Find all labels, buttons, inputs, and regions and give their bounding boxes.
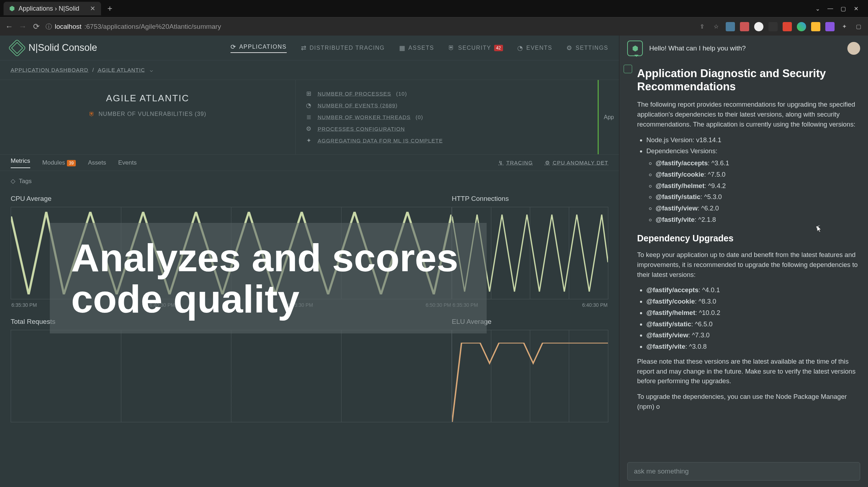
chat-body[interactable]: Application Diagnostic and Security Reco…: [619, 61, 868, 456]
stat-label: AGGREGATING DATA FOR ML IS COMPLETE: [318, 138, 443, 144]
share-icon[interactable]: ⇪: [697, 22, 706, 31]
subtab-metrics[interactable]: Metrics: [11, 157, 30, 168]
subtab-assets[interactable]: Assets: [88, 159, 106, 166]
forward-button[interactable]: →: [18, 22, 27, 31]
top-nav: ⟳APPLICATIONS⇄DISTRIBUTED TRACING▦ASSETS…: [231, 43, 608, 53]
window-controls: ⌄ — ▢ ✕: [813, 5, 868, 12]
nav-badge: 42: [494, 45, 503, 51]
dep-item: @fastify/accepts: ^3.6.1: [656, 158, 859, 168]
nav-icon: ⇄: [301, 44, 307, 52]
assistant-msg-icon: [624, 65, 632, 73]
overlay-caption: Analyzes and scorescode quality: [50, 223, 487, 333]
nav-assets[interactable]: ▦ASSETS: [399, 43, 434, 53]
vulnerabilities-stat[interactable]: ⛨ NUMBER OF VULNERABILITIES (39): [14, 111, 281, 117]
window-minimize-icon[interactable]: —: [825, 5, 835, 12]
ext-icon-6[interactable]: [797, 22, 806, 31]
stat-icon: ≣: [305, 113, 313, 121]
tags-label: Tags: [19, 178, 32, 185]
nav-icon: ⚙: [566, 44, 573, 52]
section-upgrades-intro: To keep your application up to date and …: [637, 250, 859, 279]
upgrade-item: @fastify/static: ^6.5.0: [646, 319, 859, 329]
link-label: CPU ANOMALY DET: [553, 160, 608, 166]
stat-icon: ◔: [305, 102, 313, 109]
stat-line[interactable]: ⊞NUMBER OF PROCESSES(10): [305, 88, 588, 100]
nav-events[interactable]: ◔EVENTS: [517, 43, 552, 53]
nav-icon: ▦: [399, 44, 406, 52]
stat-icon: ⊞: [305, 90, 313, 97]
stat-line[interactable]: ◔NUMBER OF EVENTS (2689): [305, 100, 588, 111]
nav-label: APPLICATIONS: [239, 44, 286, 50]
subtab-modules[interactable]: Modules 39: [42, 159, 76, 166]
window-dropdown-icon[interactable]: ⌄: [813, 5, 822, 12]
summary-left: AGILE ATLANTIC ⛨ NUMBER OF VULNERABILITI…: [0, 80, 295, 154]
subtab-link-cpu-anomaly-det[interactable]: ⚙CPU ANOMALY DET: [545, 160, 608, 166]
upgrade-item: @fastify/helmet: ^10.0.2: [646, 308, 859, 318]
window-close-icon[interactable]: ✕: [851, 5, 861, 12]
stat-line[interactable]: ✦AGGREGATING DATA FOR ML IS COMPLETE: [305, 135, 588, 146]
stat-line[interactable]: ≣NUMBER OF WORKER THREADS(0): [305, 111, 588, 123]
summary-side[interactable]: App: [598, 80, 619, 154]
chat-input[interactable]: [627, 462, 860, 481]
stat-value: (10): [396, 91, 407, 97]
back-button[interactable]: ←: [5, 22, 14, 31]
breadcrumb-root[interactable]: APPLICATION DASHBOARD: [11, 67, 88, 73]
dep-item: @fastify/vite: ^2.1.8: [656, 215, 859, 225]
assistant-panel: ⬢ Hello! What can I help you with? Appli…: [619, 36, 868, 487]
user-avatar[interactable]: [847, 42, 860, 55]
ext-icon-7[interactable]: [811, 22, 820, 31]
browser-chrome: ⬢ Applications › N|Solid ✕ + ⌄ — ▢ ✕ ← →…: [0, 0, 868, 36]
breadcrumb-chevron-icon[interactable]: ⌵: [150, 67, 153, 73]
chart-cpu-title: CPU Average: [11, 195, 452, 203]
nav-distributed-tracing[interactable]: ⇄DISTRIBUTED TRACING: [301, 43, 385, 53]
stat-icon: ⚙: [305, 125, 313, 133]
nav-icon: ⛨: [448, 44, 455, 52]
subtab-events[interactable]: Events: [118, 159, 137, 166]
browser-tab[interactable]: ⬢ Applications › N|Solid ✕: [4, 2, 101, 15]
ext-icon-8[interactable]: [825, 22, 835, 31]
product-logo[interactable]: N|Solid Console: [11, 42, 97, 54]
report-title: Application Diagnostic and Security Reco…: [637, 67, 859, 93]
upgrade-item: @fastify/accepts: ^4.0.1: [646, 285, 859, 295]
ext-icon-4[interactable]: [768, 22, 778, 31]
ext-icon-5[interactable]: [783, 22, 792, 31]
nav-icon: ⟳: [231, 43, 237, 51]
panel-icon[interactable]: ▢: [854, 22, 863, 31]
ext-icon-3[interactable]: [754, 22, 763, 31]
new-tab-button[interactable]: +: [107, 4, 112, 14]
url-field[interactable]: ⓘ localhost:6753/applications/Agile%20At…: [46, 22, 221, 31]
breadcrumb-current[interactable]: AGILE ATLANTIC: [98, 67, 145, 73]
chat-greeting: Hello! What can I help you with?: [649, 44, 746, 52]
tab-title: Applications › N|Solid: [18, 5, 79, 12]
ext-icon-1[interactable]: [726, 22, 735, 31]
nav-security[interactable]: ⛨SECURITY42: [448, 43, 503, 53]
extensions-icon[interactable]: ✦: [840, 22, 849, 31]
window-maximize-icon[interactable]: ▢: [838, 5, 848, 12]
site-info-icon[interactable]: ⓘ: [46, 22, 52, 31]
assistant-logo-icon: ⬢: [627, 41, 643, 56]
tags-row[interactable]: ◇ Tags: [0, 171, 619, 191]
mouse-cursor: [817, 226, 824, 234]
stat-icon: ✦: [305, 137, 313, 144]
link-icon: ↯: [498, 160, 503, 166]
upgrade-item: @fastify/view: ^7.3.0: [646, 330, 859, 340]
reload-button[interactable]: ⟳: [32, 22, 41, 31]
nav-settings[interactable]: ⚙SETTINGS: [566, 43, 608, 53]
upgrade-note: Please note that these versions are the …: [637, 357, 859, 386]
chart-requests-canvas[interactable]: [11, 330, 452, 422]
shield-icon: ⛨: [89, 111, 95, 117]
ext-icon-2[interactable]: [740, 22, 749, 31]
section-upgrades-title: Dependency Upgrades: [637, 232, 859, 245]
upgrade-item: @fastify/cookie: ^8.3.0: [646, 296, 859, 306]
bookmark-icon[interactable]: ☆: [711, 22, 721, 31]
vuln-label: NUMBER OF VULNERABILITIES (39): [99, 111, 206, 117]
x-tick: 6:35:30 PM: [11, 302, 37, 308]
summary-row: AGILE ATLANTIC ⛨ NUMBER OF VULNERABILITI…: [0, 80, 619, 155]
stat-value: (0): [416, 114, 423, 120]
chart-elu-canvas[interactable]: [452, 330, 608, 422]
tab-favicon: ⬢: [9, 5, 15, 12]
subtab-link-tracing[interactable]: ↯TRACING: [498, 160, 533, 166]
stat-line[interactable]: ⚙PROCESSES CONFIGURATION: [305, 123, 588, 135]
close-tab-icon[interactable]: ✕: [90, 5, 95, 12]
nav-applications[interactable]: ⟳APPLICATIONS: [231, 43, 287, 53]
summary-stats: ⊞NUMBER OF PROCESSES(10)◔NUMBER OF EVENT…: [295, 80, 598, 154]
